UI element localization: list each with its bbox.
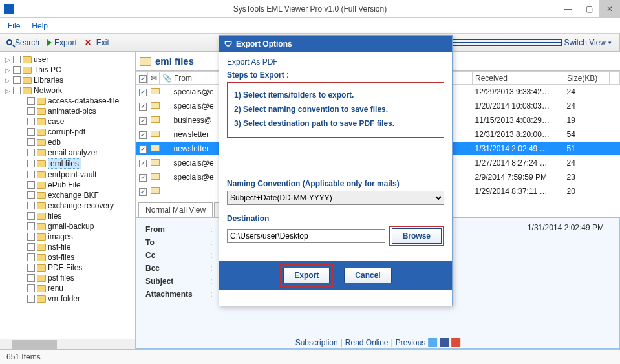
facebook-icon[interactable] <box>440 338 449 347</box>
tree-folder-item[interactable]: eml files <box>27 158 135 169</box>
export-button[interactable]: Export <box>283 268 330 283</box>
tree-root-item[interactable]: ▷user <box>4 54 135 65</box>
folder-icon <box>37 192 46 199</box>
dialog-title-bar: 🛡 Export Options <box>219 36 452 52</box>
folder-icon <box>37 264 46 272</box>
tree-folder-item[interactable]: endpoint-vault <box>27 169 135 180</box>
header-size[interactable]: Size(KB) <box>564 72 610 85</box>
detail-date: 1/31/2014 2:02:49 PM <box>528 223 604 232</box>
tree-folder-item[interactable]: exchange-recovery <box>27 200 135 211</box>
envelope-icon <box>151 131 160 137</box>
folder-icon <box>37 108 46 115</box>
tree-folder-item[interactable]: vm-folder <box>27 294 135 304</box>
naming-convention-select[interactable]: Subject+Date(DD-MM-YYYY) <box>227 191 444 205</box>
header-attachment-icon: 📎 <box>160 72 171 85</box>
envelope-icon <box>151 159 160 166</box>
minimize-button[interactable]: — <box>558 0 579 18</box>
tree-folder-item[interactable]: files <box>27 211 135 221</box>
envelope-icon <box>151 145 160 151</box>
tree-folder-item[interactable]: pst files <box>27 273 135 283</box>
breadcrumb: eml files <box>155 56 194 67</box>
browse-button[interactable]: Browse <box>392 228 442 244</box>
app-icon <box>4 4 14 14</box>
step-3: 3) Select destination path to save PDF f… <box>234 116 437 131</box>
destination-label: Destination <box>227 214 444 223</box>
tree-folder-item[interactable]: corrupt-pdf <box>27 127 135 137</box>
folder-icon <box>140 57 151 66</box>
header-check[interactable]: ✓ <box>136 72 148 85</box>
tree-folder-item[interactable]: edb <box>27 137 135 147</box>
step-2: 2) Select naming convention to save file… <box>234 102 437 116</box>
folder-icon <box>37 139 46 146</box>
tree-folder-item[interactable]: ost-files <box>27 252 135 262</box>
tree-folder-item[interactable]: email analyzer <box>27 147 135 158</box>
tree-folder-item[interactable]: case <box>27 116 135 127</box>
tree-folder-item[interactable]: exchange BKF <box>27 190 135 200</box>
folder-icon <box>37 295 46 303</box>
tab-normal-mail-view[interactable]: Normal Mail View <box>138 202 213 217</box>
cancel-button[interactable]: Cancel <box>344 268 391 283</box>
status-bar: 651 Items <box>0 349 620 364</box>
exit-button[interactable]: ✕Exit <box>82 37 112 48</box>
folder-icon <box>23 56 32 63</box>
destination-input[interactable] <box>227 229 385 243</box>
step-1: 1) Select items/folders to export. <box>234 88 437 102</box>
maximize-button[interactable]: ▢ <box>579 0 599 18</box>
tree-folder-item[interactable]: access-database-file <box>27 96 135 106</box>
folder-icon <box>23 87 32 94</box>
exit-icon: ✕ <box>85 38 94 47</box>
folder-icon <box>37 202 46 209</box>
folder-icon <box>37 275 46 282</box>
folder-icon <box>37 118 46 125</box>
switch-view-button[interactable]: Switch View ▾ <box>428 36 616 49</box>
footer-previous[interactable]: Previous <box>396 338 426 347</box>
folder-icon <box>37 244 46 251</box>
search-button[interactable]: Search <box>4 37 42 48</box>
preview-footer: Subscription| Read Online| Previous <box>295 338 461 347</box>
folder-icon <box>37 149 46 156</box>
envelope-icon <box>151 116 160 123</box>
folder-icon <box>37 233 46 241</box>
folder-icon <box>37 254 46 261</box>
folder-icon <box>37 285 46 292</box>
folder-tree[interactable]: ▷user▷This PC▷Libraries▷Network access-d… <box>0 52 136 349</box>
envelope-icon <box>151 187 160 194</box>
folder-icon <box>37 160 46 167</box>
export-icon <box>47 39 52 46</box>
tree-folder-item[interactable]: animated-pics <box>27 106 135 116</box>
tree-horizontal-scrollbar[interactable] <box>0 339 135 349</box>
tree-folder-item[interactable]: ePub File <box>27 180 135 190</box>
search-icon <box>6 39 12 45</box>
tree-folder-item[interactable]: gmail-backup <box>27 221 135 231</box>
close-button[interactable]: ✕ <box>599 0 620 18</box>
folder-icon <box>37 182 46 189</box>
naming-convention-label: Naming Convention (Applicable only for m… <box>227 179 444 188</box>
grid-scroll-gutter <box>610 72 620 85</box>
tree-folder-item[interactable]: PDF-Files <box>27 262 135 273</box>
tree-root-item[interactable]: ▷This PC <box>4 65 135 75</box>
tree-folder-item[interactable]: renu <box>27 283 135 294</box>
tree-root-item[interactable]: ▷Network <box>4 85 135 96</box>
status-item-count: 651 Items <box>6 352 41 361</box>
tree-root-item[interactable]: ▷Libraries <box>4 75 135 85</box>
export-options-dialog: 🛡 Export Options Export As PDF Steps to … <box>219 35 453 306</box>
tree-folder-item[interactable]: images <box>27 231 135 242</box>
google-plus-icon[interactable] <box>451 338 460 347</box>
dialog-title: Export Options <box>236 39 292 48</box>
steps-box: 1) Select items/folders to export. 2) Se… <box>227 82 444 138</box>
footer-subscription[interactable]: Subscription <box>295 338 338 347</box>
menu-help[interactable]: Help <box>32 21 48 30</box>
folder-icon <box>37 98 46 105</box>
folder-icon <box>37 223 46 230</box>
folder-icon <box>37 129 46 136</box>
tree-folder-item[interactable]: nsf-file <box>27 242 135 252</box>
twitter-icon[interactable] <box>428 338 437 347</box>
header-received[interactable]: Received <box>473 72 564 85</box>
menu-file[interactable]: File <box>8 21 20 30</box>
footer-read-online[interactable]: Read Online <box>345 338 389 347</box>
export-toolbar-button[interactable]: Export <box>45 37 80 48</box>
steps-label: Steps to Export : <box>227 70 444 80</box>
folder-icon <box>37 171 46 178</box>
menu-bar: File Help <box>0 18 620 34</box>
folder-icon <box>37 213 46 220</box>
